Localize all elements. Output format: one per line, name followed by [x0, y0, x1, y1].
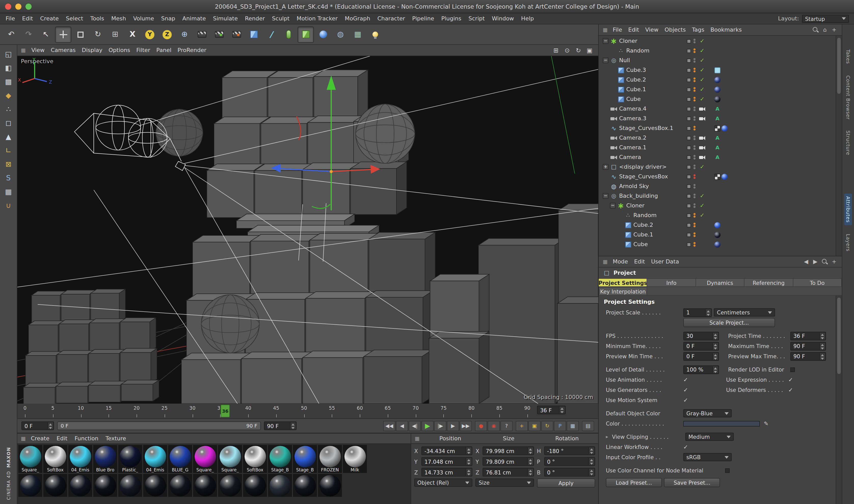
menu-item[interactable]: File: [2, 15, 19, 22]
playback-button[interactable]: ▶▶: [460, 421, 472, 431]
object-name[interactable]: Camera.1: [619, 144, 647, 151]
enable-mark[interactable]: [698, 67, 706, 74]
object-row[interactable]: Camera.2: [599, 133, 836, 143]
object-row[interactable]: Cube.1: [599, 230, 836, 239]
object-row[interactable]: Arnold Sky: [599, 181, 836, 191]
material-item[interactable]: Blue Bro: [93, 445, 117, 473]
viewport-menu-item[interactable]: View: [28, 47, 48, 54]
visibility-dots[interactable]: [692, 232, 696, 237]
object-tag-icon[interactable]: [722, 174, 728, 180]
menu-item[interactable]: Pipeline: [408, 15, 438, 22]
attribute-tab[interactable]: To Do: [793, 278, 842, 287]
viewport-nav-icon[interactable]: ⊞: [551, 46, 561, 54]
object-row[interactable]: Cube.1: [599, 85, 836, 94]
object-tag-icon[interactable]: [722, 125, 728, 131]
visibility-dots[interactable]: [692, 155, 696, 160]
stepper-icon[interactable]: [819, 332, 825, 339]
stepper-icon[interactable]: [588, 469, 594, 475]
attribute-tab[interactable]: Referencing: [744, 278, 793, 287]
expand-toggle[interactable]: [603, 38, 608, 44]
material-item[interactable]: SoftBox: [43, 445, 67, 473]
use-generators-checkbox[interactable]: [683, 386, 691, 393]
material-menu-item[interactable]: Texture: [102, 435, 130, 442]
size-z-field[interactable]: 76.81 cm: [483, 468, 534, 476]
object-manager-menu-item[interactable]: View: [642, 26, 661, 33]
layout-select[interactable]: Startup: [802, 15, 849, 23]
material-thumbnail[interactable]: [169, 475, 191, 496]
menu-item[interactable]: Plugins: [438, 15, 465, 22]
expand-toggle[interactable]: [603, 58, 608, 63]
object-tag-icon[interactable]: [714, 174, 721, 180]
layer-color-box[interactable]: [687, 233, 691, 237]
enable-mark[interactable]: [698, 47, 706, 54]
material-item[interactable]: [193, 474, 217, 497]
enable-mark[interactable]: [698, 76, 706, 83]
material-thumbnail[interactable]: [194, 446, 216, 467]
visibility-dots[interactable]: [692, 223, 696, 227]
material-item[interactable]: Stage_B: [293, 445, 317, 473]
enable-mark[interactable]: [698, 105, 706, 112]
keyframe-button[interactable]: P: [554, 421, 566, 431]
layer-color-box[interactable]: [687, 203, 691, 208]
viewport-menu-item[interactable]: ProRender: [175, 47, 210, 54]
attribute-tab[interactable]: Info: [648, 278, 696, 287]
material-thumbnail[interactable]: [344, 446, 366, 467]
object-manager-menu-item[interactable]: Edit: [625, 26, 642, 33]
object-row[interactable]: Null: [599, 56, 836, 65]
attribute-tab[interactable]: Dynamics: [696, 278, 745, 287]
enable-mark[interactable]: [698, 221, 706, 229]
object-name[interactable]: <display driver>: [619, 164, 667, 170]
object-row[interactable]: Camera.4: [599, 104, 836, 114]
playback-button[interactable]: |▶: [434, 421, 447, 431]
material-item[interactable]: [168, 474, 192, 497]
object-name[interactable]: Stage_CurvesBox: [619, 173, 668, 180]
material-thumbnail[interactable]: [269, 446, 291, 467]
object-name[interactable]: Stage_CurvesBox.1: [619, 125, 673, 131]
object-tag-icon[interactable]: [714, 232, 721, 238]
menu-item[interactable]: Select: [62, 15, 87, 22]
object-row[interactable]: Camera.3: [599, 114, 836, 123]
toolbar-button[interactable]: ⊞: [107, 26, 123, 42]
layer-color-box[interactable]: [687, 136, 691, 140]
material-menu-item[interactable]: Create: [27, 435, 53, 442]
material-menu-item[interactable]: Function: [71, 435, 102, 442]
material-thumbnail[interactable]: [120, 446, 141, 467]
maximum-time-field[interactable]: 90 F: [790, 342, 826, 350]
object-name[interactable]: Cube.2: [626, 76, 646, 83]
current-frame-field[interactable]: 36 F: [537, 406, 566, 414]
object-row[interactable]: Stage_CurvesBox.1: [599, 123, 836, 133]
layer-color-box[interactable]: [687, 184, 691, 188]
panel-handle-icon[interactable]: ▦: [601, 27, 609, 33]
menu-item[interactable]: Window: [488, 15, 518, 22]
size-y-field[interactable]: 79.809 cm: [483, 457, 534, 466]
material-item[interactable]: 04_Emis: [68, 445, 92, 473]
enable-mark[interactable]: [698, 86, 706, 93]
visibility-dots[interactable]: [692, 242, 696, 247]
header-icon[interactable]: [812, 26, 819, 33]
material-thumbnail[interactable]: [144, 475, 166, 496]
material-item[interactable]: [68, 474, 92, 497]
material-thumbnail[interactable]: [244, 475, 266, 496]
object-name[interactable]: Random: [633, 212, 657, 219]
mode-button[interactable]: ∴: [1, 102, 16, 116]
viewport-nav-icon[interactable]: ↻: [574, 46, 583, 54]
expand-toggle[interactable]: [610, 203, 616, 209]
material-thumbnail[interactable]: [94, 446, 116, 467]
panel-handle-icon[interactable]: ▦: [19, 48, 27, 53]
object-tag-icon[interactable]: [714, 77, 721, 83]
material-thumbnail[interactable]: [20, 446, 41, 467]
object-name[interactable]: Cube.1: [626, 86, 646, 93]
eyedropper-icon[interactable]: ✎: [764, 420, 768, 427]
header-icon[interactable]: ◀: [803, 258, 809, 265]
stepper-icon[interactable]: [466, 469, 472, 475]
mode-button[interactable]: ◱: [1, 47, 16, 61]
material-thumbnail[interactable]: [44, 475, 66, 496]
material-item[interactable]: [143, 474, 167, 497]
load-preset-button[interactable]: Load Preset...: [606, 478, 662, 487]
toolbar-button[interactable]: ▦: [349, 26, 366, 42]
layer-color-box[interactable]: [687, 87, 691, 91]
section-title[interactable]: Project Settings: [599, 295, 836, 307]
record-button[interactable]: ●: [475, 421, 487, 431]
attribute-menu-item[interactable]: Edit: [631, 258, 648, 265]
material-thumbnail[interactable]: [244, 446, 266, 467]
